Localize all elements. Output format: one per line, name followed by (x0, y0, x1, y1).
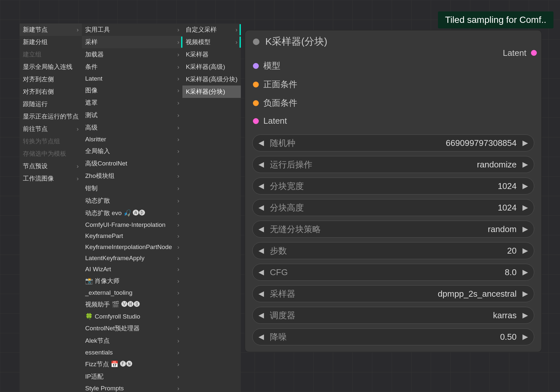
menu-item-follow-run[interactable]: 跟随运行 (20, 98, 82, 110)
menu-item[interactable]: Fizz节点 📅 🅕🅝› (82, 358, 182, 370)
menu-item-workflow-image[interactable]: 工作流图像› (20, 172, 82, 185)
menu-item-align-right[interactable]: 对齐到右侧 (20, 86, 82, 98)
menu-item-ksampler-adv-tiled[interactable]: K采样器(高级分块) (182, 73, 241, 86)
input-positive[interactable]: 正面条件 (253, 79, 297, 90)
menu-item[interactable]: LatentKeyframeApply› (82, 253, 182, 264)
menu-item[interactable]: 高级› (82, 121, 182, 134)
decrement-icon[interactable]: ◀ (258, 225, 264, 233)
widget-8[interactable]: ◀调度器karras▶ (252, 307, 534, 324)
port-icon[interactable] (253, 82, 259, 87)
collapse-icon[interactable] (253, 39, 259, 45)
widget-3[interactable]: ◀分块高度1024▶ (252, 199, 534, 216)
menu-item[interactable]: KeyframePart› (82, 230, 182, 242)
menu-item[interactable]: 钳制› (82, 182, 182, 195)
decrement-icon[interactable]: ◀ (258, 268, 264, 276)
menu-item[interactable]: 采样› (82, 36, 182, 48)
port-icon[interactable] (253, 100, 259, 106)
widget-2[interactable]: ◀分块宽度1024▶ (252, 178, 534, 195)
menu-item-show-running-node[interactable]: 显示正在运行的节点 (20, 110, 82, 123)
menu-item[interactable]: 图像› (82, 84, 182, 97)
menu-item-new-node[interactable]: 新建节点› (20, 24, 82, 36)
widget-value[interactable]: 20 (507, 246, 517, 256)
increment-icon[interactable]: ▶ (522, 182, 528, 190)
increment-icon[interactable]: ▶ (522, 311, 528, 320)
menu-item[interactable]: essentials› (82, 347, 182, 358)
menu-item[interactable]: 遮罩› (82, 97, 182, 109)
menu-item[interactable]: 🍀 Comfyroll Studio› (82, 311, 182, 322)
menu-item-new-group[interactable]: 新建分组 (20, 36, 82, 48)
decrement-icon[interactable]: ◀ (258, 246, 264, 255)
menu-item[interactable]: ControlNet预处理器› (82, 322, 182, 335)
increment-icon[interactable]: ▶ (522, 246, 528, 255)
increment-icon[interactable]: ▶ (522, 268, 528, 276)
widget-0[interactable]: ◀随机种669099797308854▶ (252, 134, 534, 151)
widget-value[interactable]: random (488, 224, 517, 234)
widget-value[interactable]: 669099797308854 (446, 138, 517, 148)
menu-item[interactable]: 动态扩散› (82, 195, 182, 207)
menu-item[interactable]: Zho模块组› (82, 170, 182, 182)
input-model[interactable]: 模型 (253, 60, 297, 71)
menu-item[interactable]: Style Prompts› (82, 383, 182, 392)
menu-item[interactable]: 实用工具› (82, 24, 182, 36)
widget-7[interactable]: ◀采样器dpmpp_2s_ancestral▶ (252, 285, 534, 302)
port-icon[interactable] (253, 63, 259, 69)
output-latent[interactable]: Latent (503, 48, 537, 58)
menu-item-ksampler-adv[interactable]: K采样器(高级) (182, 61, 241, 73)
menu-item[interactable]: 全局输入› (82, 145, 182, 157)
menu-item-custom-sampling[interactable]: 自定义采样› (182, 24, 241, 36)
widget-value[interactable]: dpmpp_2s_ancestral (438, 289, 517, 299)
node-ksampler-tiled[interactable]: K采样器(分块) 模型 正面条件 负面条件 Latent Latent ◀随机种… (245, 30, 542, 352)
decrement-icon[interactable]: ◀ (258, 311, 264, 320)
decrement-icon[interactable]: ◀ (258, 333, 264, 341)
menu-item[interactable]: 📸 肖像大师› (82, 275, 182, 287)
widget-value[interactable]: karras (493, 310, 517, 321)
input-latent[interactable]: Latent (253, 116, 297, 126)
menu-item[interactable]: 动态扩散 evo 🎣 🅐🅓› (82, 207, 182, 219)
widget-4[interactable]: ◀无缝分块策略random▶ (252, 221, 534, 238)
menu-item-align-left[interactable]: 对齐到左侧 (20, 73, 82, 86)
menu-item[interactable]: KeyframeInterpolationPartNode› (82, 242, 182, 253)
increment-icon[interactable]: ▶ (522, 290, 528, 298)
widget-9[interactable]: ◀降噪0.50▶ (252, 328, 534, 345)
decrement-icon[interactable]: ◀ (258, 139, 264, 147)
menu-item[interactable]: 高级ControlNet› (82, 157, 182, 170)
increment-icon[interactable]: ▶ (522, 139, 528, 147)
port-icon[interactable] (531, 50, 537, 56)
increment-icon[interactable]: ▶ (522, 203, 528, 212)
increment-icon[interactable]: ▶ (522, 225, 528, 233)
menu-item[interactable]: 条件› (82, 61, 182, 73)
menu-item-video-model[interactable]: 视频模型› (182, 36, 241, 48)
increment-icon[interactable]: ▶ (522, 160, 528, 169)
menu-item-ksampler[interactable]: K采样器 (182, 48, 241, 61)
menu-item[interactable]: IP适配› (82, 370, 182, 383)
widget-value[interactable]: 8.0 (505, 267, 517, 277)
widget-value[interactable]: 1024 (498, 181, 517, 191)
decrement-icon[interactable]: ◀ (258, 203, 264, 212)
widget-5[interactable]: ◀步数20▶ (252, 242, 534, 259)
menu-item[interactable]: Alek节点› (82, 335, 182, 347)
menu-item-goto-node[interactable]: 前往节点› (20, 123, 82, 135)
widget-value[interactable]: 1024 (498, 203, 517, 213)
menu-item[interactable]: Alsritter› (82, 134, 182, 145)
menu-item[interactable]: 视频助手 🎬 🅥🅗🅢› (82, 298, 182, 311)
widget-value[interactable]: 0.50 (500, 332, 517, 342)
menu-item[interactable]: ComfyUI-Frame-Interpolation› (82, 219, 182, 230)
node-header[interactable]: K采样器(分块) (245, 30, 541, 53)
decrement-icon[interactable]: ◀ (258, 160, 264, 169)
menu-item[interactable]: AI WizArt› (82, 264, 182, 275)
port-icon[interactable] (253, 118, 259, 124)
menu-item[interactable]: 测试› (82, 109, 182, 121)
input-negative[interactable]: 负面条件 (253, 97, 297, 109)
widget-1[interactable]: ◀运行后操作randomize▶ (252, 156, 534, 173)
menu-item[interactable]: Latent› (82, 73, 182, 84)
menu-item[interactable]: 加载器› (82, 48, 182, 61)
menu-item-ksampler-tiled[interactable]: K采样器(分块) (182, 86, 241, 98)
menu-item-show-global-input-lines[interactable]: 显示全局输入连线 (20, 61, 82, 73)
menu-item-node-presets[interactable]: 节点预设› (20, 160, 82, 172)
menu-item[interactable]: _external_tooling› (82, 287, 182, 298)
decrement-icon[interactable]: ◀ (258, 290, 264, 298)
decrement-icon[interactable]: ◀ (258, 182, 264, 190)
widget-value[interactable]: randomize (477, 160, 517, 170)
increment-icon[interactable]: ▶ (522, 333, 528, 341)
widget-6[interactable]: ◀CFG8.0▶ (252, 264, 534, 281)
